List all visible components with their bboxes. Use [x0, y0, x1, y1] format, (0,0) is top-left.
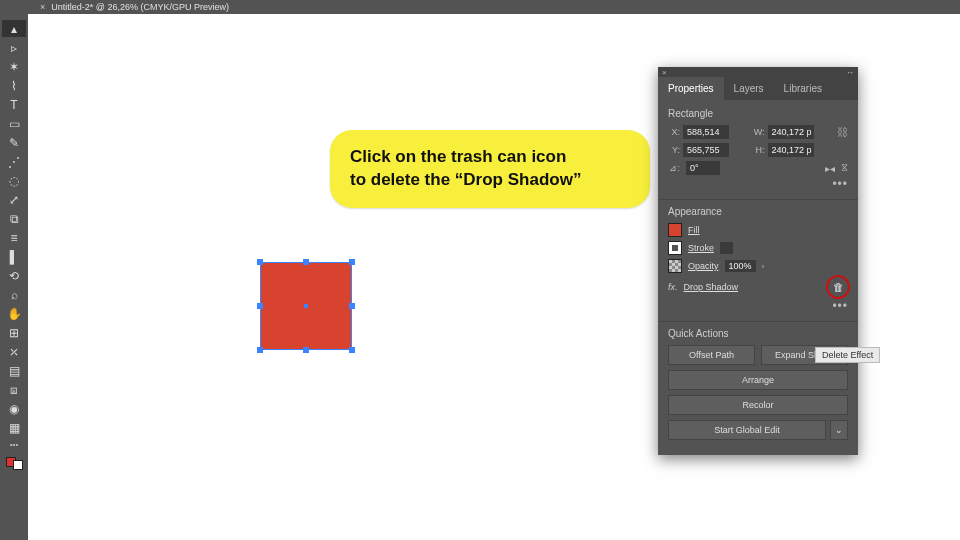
resize-handle[interactable] [349, 347, 355, 353]
opacity-input[interactable]: 100% [725, 260, 756, 272]
x-label: X: [668, 127, 680, 137]
document-tabbar: × Untitled-2* @ 26,26% (CMYK/GPU Preview… [28, 0, 960, 14]
tab-title: Untitled-2* @ 26,26% (CMYK/GPU Preview) [51, 2, 229, 12]
type-tool-icon[interactable]: T [2, 96, 26, 113]
link-wh-icon[interactable]: ⛓ [837, 126, 848, 138]
panel-header[interactable]: × ↔ [658, 67, 858, 77]
scale-tool-icon[interactable]: ⧉ [2, 210, 26, 227]
callout-text: Click on the trash can icon to delete th… [350, 146, 630, 192]
flip-h-icon[interactable]: ▸◂ [825, 163, 835, 174]
resize-handle[interactable] [257, 347, 263, 353]
tab-layers[interactable]: Layers [724, 77, 774, 100]
toolbox: ▴ ▹ ✶ ⌇ T ▭ ✎ ⋰ ◌ ⤢ ⧉ ≡ ▌ ⟲ ⌕ ✋ ⊞ ⤫ ▤ ⧆ … [0, 14, 28, 540]
flip-v-icon[interactable]: ⧖ [841, 162, 848, 174]
tab-libraries[interactable]: Libraries [774, 77, 832, 100]
pencil-tool-icon[interactable]: ⋰ [2, 153, 26, 170]
recolor-button[interactable]: Recolor [668, 395, 848, 415]
transform-more-icon[interactable]: ••• [668, 175, 848, 193]
angle-input[interactable]: 0° [686, 161, 720, 175]
fill-color-swatch[interactable] [668, 223, 682, 237]
artboard-tool-icon[interactable]: ⊞ [2, 324, 26, 341]
panel-close-icon[interactable]: × [662, 68, 667, 77]
appearance-more-icon[interactable]: ••• [668, 297, 848, 315]
resize-handle[interactable] [257, 303, 263, 309]
tab-properties[interactable]: Properties [658, 77, 724, 100]
center-point-icon [304, 304, 308, 308]
h-label: H: [753, 145, 765, 155]
width-tool-icon[interactable]: ≡ [2, 229, 26, 246]
eraser-tool-icon[interactable]: ◌ [2, 172, 26, 189]
global-edit-dropdown[interactable]: ⌄ [830, 420, 848, 440]
magic-wand-tool-icon[interactable]: ✶ [2, 58, 26, 75]
document-tab[interactable]: × Untitled-2* @ 26,26% (CMYK/GPU Preview… [32, 0, 237, 14]
panel-menu-icon[interactable]: ↔ [846, 68, 854, 77]
properties-panel: × ↔ Properties Layers Libraries Rectangl… [658, 67, 858, 455]
fx-prefix: fx. [668, 282, 678, 292]
resize-handle[interactable] [303, 347, 309, 353]
zoom-tool-icon[interactable]: ⌕ [2, 286, 26, 303]
pen-tool-icon[interactable]: ⌇ [2, 77, 26, 94]
transform-section-title: Rectangle [668, 108, 848, 119]
selection-tool-icon[interactable]: ▴ [2, 20, 26, 37]
arrange-button[interactable]: Arrange [668, 370, 848, 390]
offset-path-button[interactable]: Offset Path [668, 345, 755, 365]
stroke-label[interactable]: Stroke [688, 243, 714, 253]
hand-tool-icon[interactable]: ✋ [2, 305, 26, 322]
y-input[interactable]: 565,755 [683, 143, 729, 157]
stroke-swatch-icon [13, 460, 23, 470]
resize-handle[interactable] [349, 259, 355, 265]
resize-handle[interactable] [303, 259, 309, 265]
panel-tabs: Properties Layers Libraries [658, 77, 858, 100]
toolbar-more-icon[interactable]: ••• [10, 440, 18, 449]
fill-stroke-swatch[interactable] [6, 457, 23, 470]
fill-label[interactable]: Fill [688, 225, 700, 235]
tooltip-delete-effect: Delete Effect [815, 347, 880, 363]
stroke-weight-input[interactable] [720, 242, 733, 254]
appearance-section-title: Appearance [668, 206, 848, 217]
close-icon[interactable]: × [40, 2, 45, 12]
opacity-swatch-icon [668, 259, 682, 273]
direct-select-tool-icon[interactable]: ▹ [2, 39, 26, 56]
start-global-edit-button[interactable]: Start Global Edit [668, 420, 826, 440]
annotation-callout: Click on the trash can icon to delete th… [330, 130, 650, 208]
quick-actions-title: Quick Actions [668, 328, 848, 339]
y-label: Y: [668, 145, 680, 155]
graph-tool-icon[interactable]: ▦ [2, 419, 26, 436]
w-label: W: [753, 127, 765, 137]
shape-builder-tool-icon[interactable]: ▌ [2, 248, 26, 265]
selected-rectangle[interactable] [260, 262, 352, 350]
rotate-tool-icon[interactable]: ⤢ [2, 191, 26, 208]
rectangle-tool-icon[interactable]: ▭ [2, 115, 26, 132]
slice-tool-icon[interactable]: ⤫ [2, 343, 26, 360]
delete-effect-button[interactable]: 🗑 [828, 277, 848, 297]
effect-drop-shadow[interactable]: Drop Shadow [684, 282, 739, 292]
chevron-right-icon[interactable]: › [762, 262, 765, 271]
brush-tool-icon[interactable]: ✎ [2, 134, 26, 151]
opacity-label[interactable]: Opacity [688, 261, 719, 271]
stroke-color-swatch[interactable] [668, 241, 682, 255]
highlight-ring-icon [826, 275, 850, 299]
h-input[interactable]: 240,172 p [768, 143, 814, 157]
perspective-tool-icon[interactable]: ▤ [2, 362, 26, 379]
angle-label: ⊿: [668, 163, 680, 173]
mesh-tool-icon[interactable]: ⧆ [2, 381, 26, 398]
symbol-tool-icon[interactable]: ◉ [2, 400, 26, 417]
gradient-tool-icon[interactable]: ⟲ [2, 267, 26, 284]
w-input[interactable]: 240,172 p [768, 125, 814, 139]
resize-handle[interactable] [257, 259, 263, 265]
resize-handle[interactable] [349, 303, 355, 309]
x-input[interactable]: 588,514 [683, 125, 729, 139]
